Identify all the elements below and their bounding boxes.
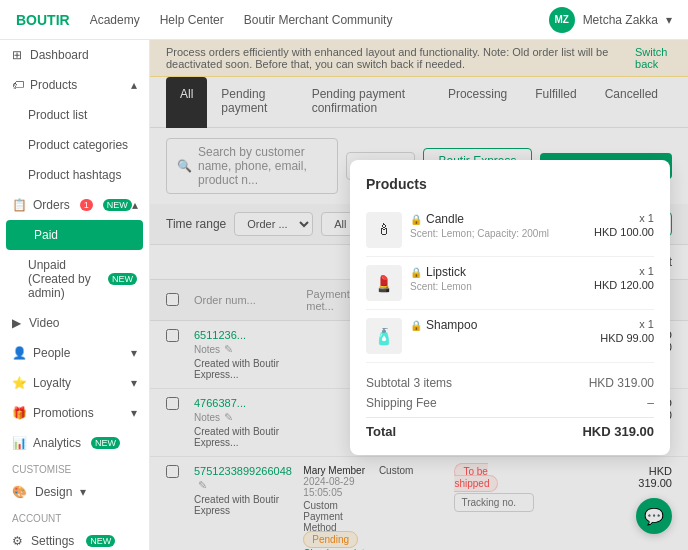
sidebar-item-dashboard[interactable]: ⊞ Dashboard bbox=[0, 40, 149, 70]
subtotal-amount: HKD 319.00 bbox=[589, 376, 654, 390]
total-amount: HKD 319.00 bbox=[582, 424, 654, 439]
app-container: BOUTIR Academy Help Center Boutir Mercha… bbox=[0, 0, 688, 550]
product-qty: x 1 bbox=[594, 212, 654, 224]
top-nav: BOUTIR Academy Help Center Boutir Mercha… bbox=[0, 0, 688, 40]
product-price: HKD 120.00 bbox=[594, 279, 654, 291]
lock-icon: 🔒 bbox=[410, 320, 422, 331]
nav-user: MZ Metcha Zakka ▾ bbox=[549, 7, 672, 33]
settings-badge-new: NEW bbox=[86, 535, 115, 547]
product-variant: Scent: Lemon bbox=[410, 281, 472, 292]
popup-title: Products bbox=[366, 176, 654, 192]
sidebar-item-label: Dashboard bbox=[30, 48, 89, 62]
account-section-title: Account bbox=[0, 507, 149, 526]
popup-product-item: 🧴 🔒 Shampoo x 1 HKD 99.00 bbox=[366, 310, 654, 363]
orders-badge: 1 bbox=[80, 199, 93, 211]
product-variant: Scent: Lemon; Capacity: 200ml bbox=[410, 228, 549, 239]
sidebar-item-label: Loyalty bbox=[33, 376, 71, 390]
popup-overlay[interactable]: Products 🕯 🔒 Candle bbox=[150, 40, 688, 550]
subtotal-row: Subtotal 3 items HKD 319.00 bbox=[366, 373, 654, 393]
user-name: Metcha Zakka bbox=[583, 13, 658, 27]
nav-academy[interactable]: Academy bbox=[90, 13, 140, 27]
sidebar-item-label: Analytics bbox=[33, 436, 81, 450]
analytics-badge-new: NEW bbox=[91, 437, 120, 449]
nav-community[interactable]: Boutir Merchant Community bbox=[244, 13, 393, 27]
orders-badge-new: NEW bbox=[103, 199, 132, 211]
product-thumbnail: 💄 bbox=[366, 265, 402, 301]
sidebar-item-label: Settings bbox=[31, 534, 74, 548]
sidebar-item-label: Product categories bbox=[28, 138, 128, 152]
analytics-icon: 📊 bbox=[12, 436, 27, 450]
dashboard-icon: ⊞ bbox=[12, 48, 22, 62]
total-row: Total HKD 319.00 bbox=[366, 417, 654, 439]
sidebar: ⊞ Dashboard 🏷 Products ▴ Product list Pr… bbox=[0, 40, 150, 550]
shipping-fee-label: Shipping Fee bbox=[366, 396, 437, 410]
products-popup: Products 🕯 🔒 Candle bbox=[350, 160, 670, 455]
main-content: Process orders efficiently with enhanced… bbox=[150, 40, 688, 550]
chevron-down-icon: ▾ bbox=[131, 346, 137, 360]
sidebar-item-video[interactable]: ▶ Video bbox=[0, 308, 149, 338]
shipping-fee-row: Shipping Fee – bbox=[366, 393, 654, 413]
sidebar-item-label: Promotions bbox=[33, 406, 94, 420]
sidebar-item-label: Products bbox=[30, 78, 77, 92]
products-icon: 🏷 bbox=[12, 78, 24, 92]
popup-product-item: 💄 🔒 Lipstick Scent: Lemon x bbox=[366, 257, 654, 310]
popup-footer: Subtotal 3 items HKD 319.00 Shipping Fee… bbox=[366, 373, 654, 439]
sidebar-group-products[interactable]: 🏷 Products ▴ bbox=[0, 70, 149, 100]
shipping-fee-amount: – bbox=[647, 396, 654, 410]
subtotal-label: Subtotal 3 items bbox=[366, 376, 452, 390]
sidebar-item-label: Product hashtags bbox=[28, 168, 121, 182]
product-price: HKD 99.00 bbox=[600, 332, 654, 344]
sidebar-item-label: Orders bbox=[33, 198, 70, 212]
sidebar-item-settings[interactable]: ⚙ Settings NEW bbox=[0, 526, 149, 550]
promotions-icon: 🎁 bbox=[12, 406, 27, 420]
chevron-up-icon: ▴ bbox=[131, 78, 137, 92]
product-price: HKD 100.00 bbox=[594, 226, 654, 238]
sidebar-item-product-hashtags[interactable]: Product hashtags bbox=[0, 160, 149, 190]
sidebar-item-label: Video bbox=[29, 316, 59, 330]
settings-icon: ⚙ bbox=[12, 534, 23, 548]
sidebar-group-analytics[interactable]: 📊 Analytics NEW bbox=[0, 428, 149, 458]
sidebar-item-label: Product list bbox=[28, 108, 87, 122]
design-icon: 🎨 bbox=[12, 485, 27, 499]
sidebar-group-loyalty[interactable]: ⭐ Loyalty ▾ bbox=[0, 368, 149, 398]
chevron-down-icon: ▾ bbox=[80, 485, 86, 499]
sidebar-item-design[interactable]: 🎨 Design ▾ bbox=[0, 477, 149, 507]
loyalty-icon: ⭐ bbox=[12, 376, 27, 390]
product-qty: x 1 bbox=[594, 265, 654, 277]
nav-help-center[interactable]: Help Center bbox=[160, 13, 224, 27]
unpaid-badge-new: NEW bbox=[108, 273, 137, 285]
video-icon: ▶ bbox=[12, 316, 21, 330]
product-name-label: Shampoo bbox=[426, 318, 477, 332]
chevron-down-icon: ▾ bbox=[131, 406, 137, 420]
nav-logo: BOUTIR bbox=[16, 12, 70, 28]
sidebar-item-product-categories[interactable]: Product categories bbox=[0, 130, 149, 160]
product-thumbnail: 🧴 bbox=[366, 318, 402, 354]
sidebar-item-unpaid[interactable]: Unpaid (Created by admin) NEW bbox=[0, 250, 149, 308]
sidebar-group-promotions[interactable]: 🎁 Promotions ▾ bbox=[0, 398, 149, 428]
sidebar-item-product-list[interactable]: Product list bbox=[0, 100, 149, 130]
avatar: MZ bbox=[549, 7, 575, 33]
total-label: Total bbox=[366, 424, 396, 439]
orders-icon: 📋 bbox=[12, 198, 27, 212]
product-name-label: Lipstick bbox=[426, 265, 466, 279]
popup-product-item: 🕯 🔒 Candle Scent: Lemon; Capacity: 200ml bbox=[366, 204, 654, 257]
sidebar-group-people[interactable]: 👤 People ▾ bbox=[0, 338, 149, 368]
sidebar-item-paid[interactable]: Paid bbox=[6, 220, 143, 250]
sidebar-item-label: Paid bbox=[34, 228, 58, 242]
chevron-down-icon: ▾ bbox=[666, 13, 672, 27]
product-name-label: Candle bbox=[426, 212, 464, 226]
sidebar-item-label: People bbox=[33, 346, 70, 360]
lock-icon: 🔒 bbox=[410, 267, 422, 278]
sidebar-item-label: Design bbox=[35, 485, 72, 499]
main-area: ⊞ Dashboard 🏷 Products ▴ Product list Pr… bbox=[0, 40, 688, 550]
sidebar-item-label: Unpaid (Created by admin) bbox=[28, 258, 96, 300]
customise-section-title: Customise bbox=[0, 458, 149, 477]
product-thumbnail: 🕯 bbox=[366, 212, 402, 248]
product-qty: x 1 bbox=[600, 318, 654, 330]
lock-icon: 🔒 bbox=[410, 214, 422, 225]
chevron-down-icon: ▾ bbox=[131, 376, 137, 390]
people-icon: 👤 bbox=[12, 346, 27, 360]
sidebar-group-orders[interactable]: 📋 Orders 1 NEW ▴ bbox=[0, 190, 149, 220]
chevron-up-icon: ▴ bbox=[132, 198, 138, 212]
